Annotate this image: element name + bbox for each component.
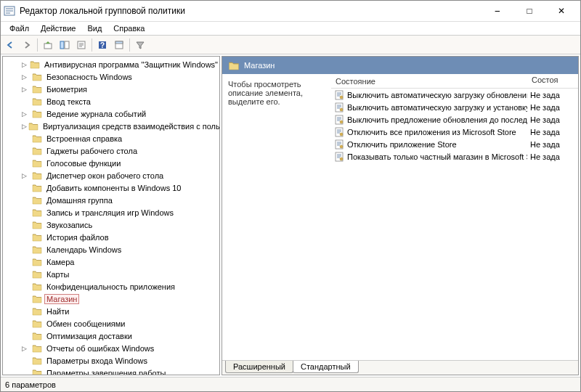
- tree-item[interactable]: ▷Виртуализация средств взаимодействия с …: [3, 120, 219, 132]
- forward-button[interactable]: [19, 37, 35, 53]
- show-hide-button[interactable]: [57, 37, 73, 53]
- folder-icon: [32, 208, 42, 217]
- folder-icon: [32, 97, 42, 106]
- policy-name: Отключить все приложения из Microsoft St…: [347, 128, 516, 136]
- tree-item-label: Отчеты об ошибках Windows: [45, 344, 155, 353]
- tree-item[interactable]: ▷Домашняя группа: [3, 194, 219, 206]
- tree-item[interactable]: ▷Добавить компоненты в Windows 10: [3, 181, 219, 194]
- tree-item[interactable]: ▷Обмен сообщениями: [3, 317, 219, 330]
- tabs: Расширенный Стандартный: [222, 360, 578, 375]
- menu-view[interactable]: Вид: [81, 23, 107, 34]
- folder-icon: [32, 171, 42, 180]
- policy-name: Показывать только частный магазин в Micr…: [347, 152, 527, 161]
- tree-item[interactable]: ▷Ввод текста: [3, 95, 219, 107]
- back-button[interactable]: [2, 37, 18, 53]
- expand-icon[interactable]: ▷: [22, 123, 27, 130]
- titlebar: Редактор локальной групповой политики ‒ …: [1, 1, 580, 21]
- expand-icon[interactable]: ▷: [22, 61, 28, 68]
- expand-icon[interactable]: ▷: [22, 172, 31, 179]
- tree-item[interactable]: ▷Оптимизация доставки: [3, 330, 219, 342]
- details-header: Магазин: [222, 57, 578, 74]
- folder-icon: [32, 134, 42, 143]
- export-button[interactable]: [73, 37, 89, 53]
- tree-pane: ▷Антивирусная программа "Защитник Window…: [2, 56, 220, 375]
- tree-item[interactable]: ▷Гаджеты рабочего стола: [3, 144, 219, 157]
- maximize-button[interactable]: □: [513, 1, 545, 21]
- tree-item[interactable]: ▷Голосовые функции: [3, 157, 219, 169]
- folder-icon: [32, 294, 42, 303]
- tree-item[interactable]: ▷Карты: [3, 268, 219, 280]
- tree-item-label: Голосовые функции: [45, 159, 122, 168]
- tree-item[interactable]: ▷Диспетчер окон рабочего стола: [3, 169, 219, 181]
- tree-item[interactable]: ▷Найти: [3, 305, 219, 317]
- tree-item[interactable]: ▷Конфиденциальность приложения: [3, 280, 219, 293]
- policy-icon: [334, 102, 344, 113]
- folder-icon: [32, 220, 42, 229]
- menu-file[interactable]: Файл: [4, 23, 35, 34]
- tree-item[interactable]: ▷Параметры входа Windows: [3, 354, 219, 367]
- tree-item[interactable]: ▷Безопасность Windows: [3, 70, 219, 83]
- policy-list[interactable]: Выключить автоматическую загрузку обновл…: [331, 89, 578, 360]
- tree-item[interactable]: ▷История файлов: [3, 231, 219, 243]
- folder-icon: [32, 84, 42, 94]
- tree-item[interactable]: ▷Биометрия: [3, 83, 219, 95]
- tree-item-label: Добавить компоненты в Windows 10: [45, 184, 182, 192]
- list-row[interactable]: Выключить предложение обновления до посл…: [331, 113, 578, 126]
- expand-icon[interactable]: ▷: [22, 110, 31, 118]
- svg-rect-5: [65, 41, 69, 49]
- list-row[interactable]: Отключить все приложения из Microsoft St…: [331, 126, 578, 138]
- folder-icon: [32, 72, 42, 81]
- expand-icon[interactable]: ▷: [22, 345, 31, 352]
- expand-icon[interactable]: ▷: [22, 86, 31, 93]
- tree-item[interactable]: ▷Звукозапись: [3, 219, 219, 231]
- folder-icon: [32, 319, 42, 328]
- folder-icon: [32, 183, 42, 192]
- filter-button[interactable]: [132, 37, 148, 53]
- policy-name: Выключить автоматическую загрузку и уста…: [347, 103, 527, 112]
- tab-standard[interactable]: Стандартный: [293, 361, 359, 373]
- list-row[interactable]: Отключить приложение StoreНе зада: [331, 138, 578, 150]
- properties-button[interactable]: [111, 37, 127, 53]
- tree-item[interactable]: ▷Параметры завершения работы: [3, 367, 219, 375]
- list-header[interactable]: Состояние Состоя: [331, 74, 578, 89]
- menu-action[interactable]: Действие: [35, 23, 81, 34]
- policy-state: Не зада: [527, 115, 571, 124]
- folder-icon: [28, 121, 38, 131]
- up-button[interactable]: [40, 37, 56, 53]
- tree-item-label: Конфиденциальность приложения: [45, 282, 176, 291]
- policy-state: Не зада: [527, 128, 571, 136]
- minimize-button[interactable]: ‒: [482, 1, 513, 21]
- column-name[interactable]: Состояние: [331, 74, 527, 88]
- tree-item[interactable]: ▷Камера: [3, 256, 219, 268]
- tree-item-label: Биометрия: [45, 85, 89, 94]
- tree-item[interactable]: ▷Магазин: [3, 293, 219, 305]
- window-title: Редактор локальной групповой политики: [20, 6, 482, 16]
- tree-item-label: Параметры завершения работы: [45, 369, 167, 375]
- tree-item[interactable]: ▷Антивирусная программа "Защитник Window…: [3, 58, 219, 70]
- menu-help[interactable]: Справка: [107, 23, 150, 34]
- folder-icon: [32, 257, 42, 266]
- help-button[interactable]: ?: [94, 37, 110, 53]
- list-row[interactable]: Выключить автоматическую загрузку обновл…: [331, 89, 578, 101]
- folder-icon: [32, 109, 42, 118]
- app-icon: [4, 5, 15, 17]
- folder-icon: [32, 306, 42, 316]
- tree-item[interactable]: ▷Запись и трансляция игр Windows: [3, 206, 219, 219]
- details-title: Магазин: [244, 61, 275, 70]
- folder-icon: [32, 245, 42, 254]
- tab-extended[interactable]: Расширенный: [225, 361, 293, 373]
- tree-item[interactable]: ▷Ведение журнала событий: [3, 107, 219, 120]
- tree-item-label: История файлов: [45, 233, 110, 242]
- list-row[interactable]: Выключить автоматическую загрузку и уста…: [331, 101, 578, 113]
- list-row[interactable]: Показывать только частный магазин в Micr…: [331, 150, 578, 163]
- column-state[interactable]: Состоя: [527, 74, 571, 88]
- tree-item-label: Найти: [45, 307, 70, 316]
- expand-icon[interactable]: ▷: [22, 73, 31, 81]
- tree-view[interactable]: ▷Антивирусная программа "Защитник Window…: [3, 57, 219, 375]
- tree-item[interactable]: ▷Календарь Windows: [3, 243, 219, 256]
- tree-item-label: Запись и трансляция игр Windows: [45, 208, 175, 217]
- tree-item[interactable]: ▷Отчеты об ошибках Windows: [3, 342, 219, 354]
- tree-item[interactable]: ▷Встроенная справка: [3, 132, 219, 144]
- tree-item-label: Диспетчер окон рабочего стола: [45, 171, 165, 180]
- close-button[interactable]: ✕: [545, 1, 577, 21]
